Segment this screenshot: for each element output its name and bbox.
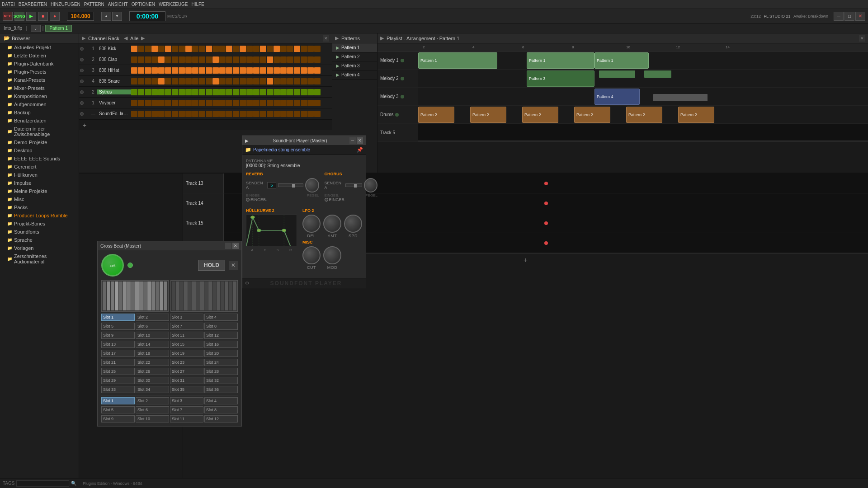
play-button[interactable]: ▶ [26, 12, 36, 21]
sf-chorus-knob[interactable] [364, 178, 377, 192]
channel-rack-close[interactable]: ✕ [323, 35, 329, 42]
pattern-block-m1-3[interactable]: Pattern 1 [594, 52, 649, 69]
pattern-block-m1-1[interactable]: Pattern 1 [418, 52, 497, 69]
window-minimize-button[interactable]: ─ [834, 12, 844, 21]
sf-settings-icon[interactable]: ⚙ [245, 281, 249, 286]
sf-chorus-slider[interactable] [345, 183, 362, 187]
sidebar-item-11[interactable]: 📁Demo-Projekte [0, 138, 79, 146]
sidebar-item-20[interactable]: 📁Producer Loops Rumble [0, 211, 79, 220]
sf-misc-cut-knob[interactable] [302, 246, 321, 264]
gb-slot-22[interactable]: Slot 22 [136, 359, 169, 366]
search-icon[interactable]: 🔍 [71, 481, 76, 486]
gb-slot-8[interactable]: Slot 8 [204, 323, 238, 330]
track-timeline-melody1[interactable]: Pattern 1 Pattern 1 Pattern 1 [418, 52, 868, 69]
gb-slot-1[interactable]: Slot 1 [101, 314, 135, 321]
gb-slot2-8[interactable]: Slot 8 [204, 406, 238, 413]
sidebar-item-18[interactable]: 📁Misc [0, 195, 79, 203]
sf-pin-icon[interactable]: 📌 [357, 147, 363, 153]
sf-minimize-button[interactable]: ─ [349, 137, 356, 144]
song-mode-button[interactable]: SONG [14, 12, 24, 21]
menu-item-pattern[interactable]: PATTERN [84, 2, 104, 7]
sidebar-item-8[interactable]: 📁Backup [0, 108, 79, 117]
sidebar-item-12[interactable]: 📁Desktop [0, 146, 79, 155]
pattern-block-m2-2[interactable] [599, 70, 635, 78]
channel-rack-filter[interactable]: Alle [130, 36, 138, 41]
record-toggle-button[interactable]: REC [3, 12, 13, 21]
gb-slot2-3[interactable]: Slot 3 [170, 397, 203, 404]
gb-slot-33[interactable]: Slot 33 [101, 386, 135, 393]
track-timeline-5[interactable] [418, 124, 868, 141]
pattern-block-d2[interactable]: Pattern 2 [470, 107, 506, 123]
menu-item-werkzeuge[interactable]: WERKZEUGE [159, 2, 188, 7]
track-timeline-melody3[interactable]: Pattern 4 [418, 88, 868, 105]
window-maximize-button[interactable]: □ [844, 12, 854, 21]
pattern-block-d6[interactable]: Pattern 2 [678, 107, 714, 123]
sidebar-item-2[interactable]: 📁Plugin-Datenbank [0, 60, 79, 68]
sf-reverb-knob[interactable] [305, 178, 319, 192]
gb-slot-13[interactable]: Slot 13 [101, 341, 135, 348]
metronome-button[interactable]: ♩ [31, 25, 41, 32]
add-channel-button[interactable]: + [79, 119, 332, 130]
record-button[interactable]: ● [50, 12, 60, 21]
gb-slot2-7[interactable]: Slot 7 [170, 406, 203, 413]
gb-slot2-10[interactable]: Slot 10 [136, 415, 169, 422]
gb-slot-2[interactable]: Slot 2 [136, 314, 169, 321]
gb-slot-21[interactable]: Slot 21 [101, 359, 135, 366]
gb-slot-5[interactable]: Slot 5 [101, 323, 135, 330]
sf-lfo2-amt-knob[interactable] [323, 215, 341, 233]
ch2-led[interactable] [80, 58, 84, 61]
sf-reverb-slider[interactable] [278, 183, 303, 187]
gb-slot-15[interactable]: Slot 15 [170, 341, 203, 348]
pattern-block-m2-1[interactable]: Pattern 3 [527, 70, 594, 87]
gb-slot-14[interactable]: Slot 14 [136, 341, 169, 348]
gb-slot-10[interactable]: Slot 10 [136, 332, 169, 339]
sf-reverb-radio[interactable]: EINGEB. [246, 197, 267, 202]
gb-slot-3[interactable]: Slot 3 [170, 314, 203, 321]
gb-slot-27[interactable]: Slot 27 [170, 368, 203, 375]
gb-pattern-grid-vol[interactable] [101, 280, 169, 312]
ch1-led[interactable] [80, 47, 84, 51]
ch3-led[interactable] [80, 69, 84, 72]
channel-rack-filter-arrow[interactable]: ◀ [124, 35, 127, 41]
sf-reverb-radio-btn[interactable] [246, 198, 250, 202]
sidebar-item-6[interactable]: 📁Kompositionen [0, 92, 79, 100]
gb-slot-36[interactable]: Slot 36 [204, 386, 238, 393]
sf-lfo2-spd-knob[interactable] [344, 215, 362, 233]
sf-reverb-send-value[interactable]: 5 [267, 182, 276, 188]
pattern-item-2[interactable]: ▶ Pattern 2 [332, 52, 377, 61]
bpm-display[interactable]: 104.000 [67, 12, 94, 21]
gb-slot-28[interactable]: Slot 28 [204, 368, 238, 375]
sidebar-item-0[interactable]: 📁Aktuelles Projekt [0, 43, 79, 52]
gross-beat-titlebar[interactable]: Gross Beat (Master) ─ ✕ [98, 241, 241, 250]
gb-slot-19[interactable]: Slot 19 [170, 350, 203, 357]
pattern-block-m3-1[interactable]: Pattern 4 [594, 89, 640, 105]
sidebar-item-23[interactable]: 📁Sprache [0, 236, 79, 244]
sidebar-item-9[interactable]: 📁Benutzerdaten [0, 117, 79, 125]
sidebar-item-10[interactable]: 📁Dateien in der Zwischenablage [0, 125, 79, 138]
sidebar-item-4[interactable]: 📁Kanal-Presets [0, 76, 79, 84]
gb-slot-17[interactable]: Slot 17 [101, 350, 135, 357]
gb-slot2-2[interactable]: Slot 2 [136, 397, 169, 404]
sf-lfo2-del-knob[interactable] [302, 215, 321, 233]
gb-slot-26[interactable]: Slot 26 [136, 368, 169, 375]
gb-slot-32[interactable]: Slot 32 [204, 377, 238, 384]
gb-pattern-grid-pitch[interactable] [170, 280, 238, 312]
pattern-block-m1-2[interactable]: Pattern 1 [527, 52, 594, 69]
channel-rack-filter-arrow2[interactable]: ▶ [141, 35, 145, 41]
menu-item-hilfe[interactable]: HILFE [191, 2, 204, 7]
pattern-item-1[interactable]: ▶ Pattern 1 [332, 43, 377, 52]
gb-slot-4[interactable]: Slot 4 [204, 314, 238, 321]
sidebar-item-17[interactable]: 📁Meine Projekte [0, 187, 79, 195]
track-mute-melody3[interactable] [401, 95, 404, 99]
pattern-list-arrow[interactable]: ▶ [335, 35, 339, 41]
menu-item-ansicht[interactable]: ANSICHT [108, 2, 128, 7]
sidebar-item-15[interactable]: 📁Hüllkurven [0, 171, 79, 179]
sf-titlebar[interactable]: ▶ SoundFont Player (Master) ─ ✕ [242, 136, 366, 145]
sidebar-item-16[interactable]: 📁Impulse [0, 179, 79, 187]
track-mute-melody2[interactable] [401, 77, 404, 80]
gb-slot-30[interactable]: Slot 30 [136, 377, 169, 384]
gb-slot-25[interactable]: Slot 25 [101, 368, 135, 375]
gb-slot-12[interactable]: Slot 12 [204, 332, 238, 339]
tags-input[interactable] [16, 480, 69, 487]
gb-slot-34[interactable]: Slot 34 [136, 386, 169, 393]
